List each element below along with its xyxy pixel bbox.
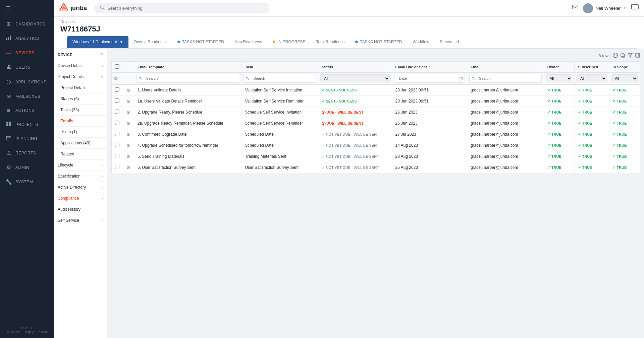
side-panel: DEVICE ✕ Device Details › Project Detail…: [54, 49, 107, 338]
row-checkbox[interactable]: [115, 132, 119, 136]
tab-task-readiness[interactable]: Task Readiness: [311, 36, 350, 48]
side-panel-stages[interactable]: Stages (6): [54, 93, 107, 105]
col-header-task: Task: [241, 62, 318, 73]
side-panel-specification[interactable]: Specification ›: [54, 171, 107, 182]
row-gear-icon[interactable]: ⚙: [126, 99, 130, 104]
filter-owner: All: [544, 72, 575, 84]
filter-owner-select[interactable]: All: [546, 74, 573, 82]
settings-icon[interactable]: ⚙: [114, 76, 118, 81]
side-panel-lifecycle[interactable]: Lifecycle ›: [54, 160, 107, 171]
row-checkbox[interactable]: [115, 121, 119, 125]
side-panel-tasks[interactable]: Tasks (33): [54, 105, 107, 116]
tab-tasks-not-started-2[interactable]: TASKS NOT STARTED: [350, 36, 407, 48]
col-header-checkbox: [112, 62, 123, 73]
columns-icon[interactable]: [635, 53, 640, 59]
row-email-due: 23 Jun 2023 09:51: [392, 96, 467, 107]
tab-in-progress[interactable]: IN PROGRESS: [267, 36, 311, 48]
tab-dot-blue-1: [177, 41, 180, 43]
svg-point-23: [587, 6, 589, 9]
row-checkbox[interactable]: [115, 98, 119, 103]
tab-app-readiness[interactable]: App Readiness: [229, 36, 267, 48]
tab-dropdown-chevron: ▼: [120, 40, 123, 44]
side-panel-close-icon[interactable]: ✕: [100, 52, 103, 57]
filter-subscribed-select[interactable]: All: [577, 74, 607, 82]
refresh-icon[interactable]: [613, 53, 618, 59]
col-header-email-template: Email Template: [134, 62, 241, 73]
left-navigation: ☰ ⊞ DASHBOARDS ANALYTICS DEVICES USERS ⬡…: [0, 0, 54, 338]
row-status: ✓ SENT - SUCCESS: [318, 84, 392, 96]
side-panel-users[interactable]: Users (1): [54, 127, 107, 138]
tab-workflow[interactable]: Workflow: [407, 36, 434, 48]
row-gear-icon[interactable]: ⚙: [126, 165, 130, 170]
col-header-gear: [123, 62, 134, 73]
tab-overall-readiness[interactable]: Overall Readiness: [128, 36, 172, 48]
nav-projects[interactable]: PROJECTS: [0, 118, 54, 132]
nav-analytics[interactable]: ANALYTICS: [0, 31, 54, 46]
svg-point-20: [101, 6, 103, 9]
side-panel-active-directory[interactable]: Active Directory ›: [54, 182, 107, 193]
row-gear-icon[interactable]: ⚙: [126, 110, 130, 115]
row-email-due: 14 Aug 2023: [392, 140, 467, 151]
tab-windows11-deployment[interactable]: Windows 11 Deployment ▼: [67, 36, 128, 48]
row-gear-icon[interactable]: ⚙: [126, 121, 130, 126]
tabs-bar: Windows 11 Deployment ▼ Overall Readines…: [60, 36, 637, 49]
topbar: juriba Neil Wheeler ▼: [54, 0, 644, 17]
filter-in-scope-select[interactable]: All: [611, 74, 638, 82]
admin-icon: ⚙: [5, 164, 12, 171]
nav-mailboxes[interactable]: ✉ MAILBOXES: [0, 89, 54, 104]
select-all-checkbox[interactable]: [115, 64, 119, 69]
nav-applications[interactable]: ⬡ APPLICATIONS: [0, 75, 54, 89]
copy-icon[interactable]: [621, 53, 625, 59]
side-panel-project-details-parent[interactable]: Project Details ∨: [54, 71, 107, 82]
row-task: Training Materials Sent: [241, 151, 318, 162]
row-owner: ✓ TRUE: [544, 129, 575, 140]
row-checkbox-cell: [112, 140, 123, 151]
row-checkbox[interactable]: [115, 154, 119, 158]
row-email-due: 23 Aug 2023: [392, 151, 467, 162]
global-search[interactable]: [95, 3, 269, 13]
search-input[interactable]: [107, 6, 264, 11]
tab-tasks-not-started-1[interactable]: TASKS NOT STARTED: [172, 36, 229, 48]
row-gear-cell: ⚙: [123, 96, 134, 107]
nav-planning[interactable]: PLANNING: [0, 132, 54, 146]
row-checkbox[interactable]: [115, 110, 119, 114]
row-gear-icon[interactable]: ⚙: [126, 154, 130, 159]
row-email-due: 26 Jun 2023: [392, 118, 467, 129]
filter-email-template-input[interactable]: [143, 75, 237, 82]
row-checkbox[interactable]: [115, 87, 119, 92]
side-panel-audit-history[interactable]: Audit History: [54, 204, 107, 215]
messages-icon[interactable]: [572, 4, 578, 12]
hamburger-menu[interactable]: ☰: [0, 0, 54, 17]
side-panel-applications[interactable]: Applications (49): [54, 138, 107, 149]
side-panel-self-service[interactable]: Self Service ›: [54, 215, 107, 226]
side-panel-device-details[interactable]: Device Details ›: [54, 60, 107, 71]
row-gear-icon[interactable]: ⚙: [126, 143, 130, 148]
col-header-email-due[interactable]: Email Due or Sent ↑: [392, 62, 467, 73]
filter-email-input[interactable]: [476, 75, 539, 82]
user-menu[interactable]: Neil Wheeler ▼: [583, 3, 627, 13]
row-gear-icon[interactable]: ⚙: [126, 88, 130, 93]
side-panel-emails[interactable]: Emails: [54, 116, 107, 127]
row-checkbox[interactable]: [115, 165, 119, 169]
nav-admin[interactable]: ⚙ ADMIN: [0, 160, 54, 175]
filter-task-input[interactable]: [251, 75, 314, 82]
breadcrumb[interactable]: Devices: [60, 19, 637, 24]
nav-devices[interactable]: DEVICES: [0, 46, 54, 60]
nav-dashboards[interactable]: ⊞ DASHBOARDS: [0, 17, 54, 31]
filter-date-input[interactable]: [396, 75, 458, 82]
row-checkbox[interactable]: [115, 143, 119, 147]
nav-actions[interactable]: ≡ ACTIONS: [0, 104, 54, 118]
filter-status-select[interactable]: All: [320, 74, 389, 82]
filter-icon[interactable]: [628, 53, 633, 59]
nav-reports[interactable]: REPORTS: [0, 146, 54, 160]
monitor-icon[interactable]: [631, 4, 639, 12]
side-panel-project-details-sub[interactable]: Project Details: [54, 82, 107, 93]
side-panel-related[interactable]: Related: [54, 149, 107, 160]
tab-scheduled[interactable]: Scheduled: [435, 36, 465, 48]
nav-users[interactable]: USERS: [0, 60, 54, 75]
status-badge: ✓ NOT YET DUE - WILL BE SENT: [322, 132, 379, 136]
row-email-due: 26 Jun 2023: [392, 107, 467, 118]
side-panel-compliance[interactable]: Compliance ›: [54, 193, 107, 204]
nav-system[interactable]: 🔧 SYSTEM: [0, 175, 54, 189]
row-gear-icon[interactable]: ⚙: [126, 132, 130, 137]
